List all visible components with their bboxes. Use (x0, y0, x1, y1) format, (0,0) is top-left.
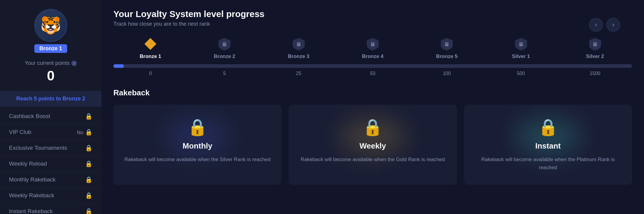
rank-icon (513, 36, 529, 52)
nav-prev-button[interactable]: ‹ (589, 18, 603, 32)
card-lock-icon: 🔒 (187, 118, 207, 137)
loyalty-subtitle: Track how close you are to the next rank (113, 21, 632, 27)
avatar-container: 🐯 Bronze 1 (34, 9, 67, 53)
card-lock-icon: 🔒 (538, 118, 558, 137)
card-title: Monthly (183, 141, 212, 151)
lock-icon: 🔒 (85, 113, 93, 120)
rakeback-cards: 🔒 Monthly Rakeback will become available… (113, 105, 632, 185)
rank-name: Bronze 5 (436, 54, 457, 59)
card-title: Weekly (359, 141, 386, 151)
lock-icon: 🔒 (85, 208, 93, 214)
rank-level: Silver 1 (484, 36, 558, 59)
rank-icon (439, 36, 455, 52)
rank-level: Silver 2 (558, 36, 632, 59)
progress-marker: 50 (336, 71, 410, 76)
rank-icon (143, 36, 158, 52)
progress-fill (113, 64, 124, 68)
sidebar-item: Exclusive Tournaments 🔒 (0, 140, 101, 156)
sidebar-items: Cashback Boost 🔒 VIP Club No 🔒 Exclusive… (0, 108, 101, 214)
svg-rect-2 (297, 43, 301, 46)
rakeback-card-monthly: 🔒 Monthly Rakeback will become available… (113, 105, 281, 185)
rakeback-card-instant: 🔒 Instant Rakeback will become available… (464, 105, 632, 185)
card-lock-icon: 🔒 (363, 118, 383, 137)
rank-name: Bronze 1 (140, 54, 161, 59)
progress-marker: 500 (484, 71, 558, 76)
sidebar-item: Instant Rakeback 🔒 (0, 204, 101, 214)
rank-level: Bronze 2 (187, 36, 261, 59)
rank-name: Bronze 3 (288, 54, 309, 59)
svg-rect-5 (519, 43, 523, 46)
svg-marker-0 (144, 38, 156, 50)
lock-icon: 🔒 (85, 160, 93, 167)
nav-arrows: ‹ › (589, 18, 620, 32)
rank-badge: Bronze 1 (34, 44, 67, 53)
rank-icon (291, 36, 306, 52)
rank-name: Silver 1 (512, 54, 530, 59)
nav-next-button[interactable]: › (606, 18, 620, 32)
progress-marker: 1500 (558, 71, 632, 76)
loyalty-header: Your Loyalty System level progress Track… (113, 9, 632, 27)
rank-name: Bronze 4 (362, 54, 383, 59)
avatar: 🐯 (34, 9, 67, 42)
card-description: Rakeback will become available when the … (124, 155, 270, 163)
progress-marker: 0 (113, 71, 187, 76)
progress-track (113, 64, 632, 68)
svg-rect-1 (223, 43, 226, 46)
rank-level: Bronze 3 (262, 36, 336, 59)
rank-level: Bronze 4 (336, 36, 410, 59)
info-icon[interactable]: i (71, 61, 77, 66)
loyalty-title: Your Loyalty System level progress (113, 9, 632, 19)
reach-points: 5 (34, 96, 37, 102)
current-points-label: Your current points i (25, 60, 77, 66)
main-content: ‹ › Your Loyalty System level progress T… (101, 0, 644, 214)
points-value: 0 (47, 68, 55, 84)
sidebar-item: Cashback Boost 🔒 (0, 108, 101, 124)
progress-marker: 100 (410, 71, 484, 76)
svg-rect-3 (371, 43, 375, 46)
main-wrapper: ‹ › Your Loyalty System level progress T… (113, 9, 632, 185)
lock-icon: 🔒 (85, 192, 93, 199)
svg-rect-6 (593, 43, 597, 46)
rank-levels: Bronze 1 Bronze 2 Bronze 3 Bronze 4 Bron… (113, 36, 632, 59)
card-description: Rakeback will become available when the … (473, 155, 623, 172)
sidebar-item-label: Weekly Reload (9, 160, 47, 167)
sidebar-item-label: Cashback Boost (9, 113, 50, 120)
rank-level: Bronze 5 (410, 36, 484, 59)
rank-icon (217, 36, 232, 52)
sidebar-item: Weekly Rakeback 🔒 (0, 188, 101, 204)
rank-icon (365, 36, 380, 52)
sidebar-item-label: VIP Club (9, 129, 31, 135)
progress-marker: 25 (262, 71, 336, 76)
lock-icon: No 🔒 (77, 129, 93, 136)
card-description: Rakeback will become available when the … (301, 155, 445, 163)
sidebar-item-label: Instant Rakeback (9, 208, 53, 214)
lock-icon: 🔒 (85, 176, 93, 183)
sidebar: 🐯 Bronze 1 Your current points i 0 Reach… (0, 0, 101, 214)
sidebar-item-label: Weekly Rakeback (9, 192, 54, 199)
lock-icon: 🔒 (85, 144, 93, 152)
rank-level: Bronze 1 (113, 36, 187, 59)
rank-name: Bronze 2 (214, 54, 235, 59)
sidebar-item-label: Exclusive Tournaments (9, 145, 67, 151)
progress-marker: 5 (187, 71, 261, 76)
sidebar-item: VIP Club No 🔒 (0, 124, 101, 140)
rakeback-section: Rakeback 🔒 Monthly Rakeback will become … (113, 88, 632, 185)
card-title: Instant (535, 141, 561, 151)
sidebar-item-label: Monthly Rakeback (9, 176, 56, 183)
sidebar-item-value: No (77, 130, 84, 135)
svg-rect-4 (445, 43, 449, 46)
progress-section: Bronze 1 Bronze 2 Bronze 3 Bronze 4 Bron… (113, 36, 632, 76)
rakeback-card-weekly: 🔒 Weekly Rakeback will become available … (289, 105, 457, 185)
rakeback-title: Rakeback (113, 88, 632, 97)
sidebar-item: Monthly Rakeback 🔒 (0, 172, 101, 188)
progress-area (113, 64, 632, 68)
rank-icon (587, 36, 603, 52)
progress-markers: 0525501005001500 (113, 71, 632, 76)
reach-bar: Reach 5 points to Bronze 2 (0, 91, 101, 107)
rank-name: Silver 2 (586, 54, 604, 59)
sidebar-item: Weekly Reload 🔒 (0, 156, 101, 172)
